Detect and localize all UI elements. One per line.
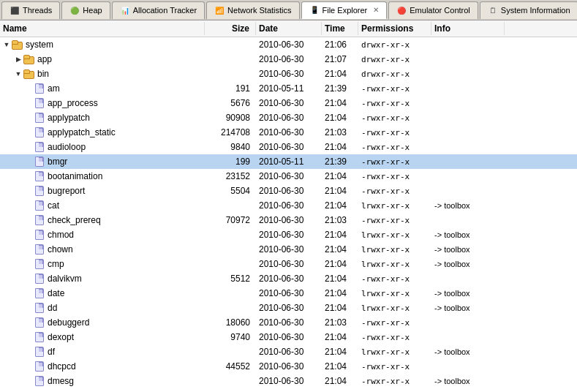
table-row[interactable]: dalvikvm 5512 2010-06-30 21:04 -rwxr-xr-… bbox=[0, 271, 577, 286]
cell-time: 21:04 bbox=[322, 97, 358, 109]
cell-time: 21:07 bbox=[322, 53, 358, 65]
table-row[interactable]: ▼ system 2010-06-30 21:06 drwxr-xr-x bbox=[0, 37, 577, 52]
expand-arrow[interactable]: ▼ bbox=[15, 70, 22, 78]
table-row[interactable]: dexopt 9740 2010-06-30 21:04 -rwxr-xr-x bbox=[0, 330, 577, 344]
file-icon bbox=[35, 171, 44, 181]
cell-time: 21:04 bbox=[322, 170, 358, 182]
table-row[interactable]: dd 2010-06-30 21:04 lrwxr-xr-x -> toolbo… bbox=[0, 301, 577, 315]
table-row[interactable]: audioloop 9840 2010-06-30 21:04 -rwxr-xr… bbox=[0, 140, 577, 154]
file-icon bbox=[35, 200, 44, 211]
cell-name: bmgr bbox=[0, 156, 205, 167]
table-row[interactable]: df 2010-06-30 21:04 lrwxr-xr-x -> toolbo… bbox=[0, 344, 577, 359]
file-icon bbox=[35, 317, 44, 328]
cell-time: 21:03 bbox=[322, 214, 358, 226]
cell-size: 9740 bbox=[205, 331, 256, 343]
cell-time: 21:39 bbox=[322, 156, 358, 167]
expand-arrow[interactable]: ▶ bbox=[15, 56, 22, 63]
cell-name: dalvikvm bbox=[0, 273, 205, 284]
table-row[interactable]: chmod 2010-06-30 21:04 lrwxr-xr-x -> too… bbox=[0, 227, 577, 242]
table-row[interactable]: debuggerd 18060 2010-06-30 21:03 -rwxr-x… bbox=[0, 315, 577, 330]
cell-permissions: lrwxr-xr-x bbox=[358, 303, 431, 314]
cell-time: 21:06 bbox=[322, 39, 358, 50]
cell-date: 2010-06-30 bbox=[256, 331, 322, 343]
table-row[interactable]: applypatch 90908 2010-06-30 21:04 -rwxr-… bbox=[0, 110, 577, 125]
emulator-icon: 🔴 bbox=[396, 5, 407, 15]
table-row[interactable]: cat 2010-06-30 21:04 lrwxr-xr-x -> toolb… bbox=[0, 198, 577, 213]
table-row[interactable]: cmp 2010-06-30 21:04 lrwxr-xr-x -> toolb… bbox=[0, 257, 577, 271]
table-row[interactable]: am 191 2010-05-11 21:39 -rwxr-xr-x bbox=[0, 81, 577, 96]
tab-network-label: Network Statistics bbox=[227, 6, 291, 15]
file-explorer-icon: 📱 bbox=[309, 5, 320, 15]
table-row[interactable]: dmesg 2010-06-30 21:04 -rwxr-xr-x -> too… bbox=[0, 374, 577, 388]
col-header-size: Size bbox=[205, 22, 256, 35]
table-row[interactable]: app_process 5676 2010-06-30 21:04 -rwxr-… bbox=[0, 96, 577, 110]
cell-name: bugreport bbox=[0, 185, 205, 197]
tab-threads[interactable]: ⬛ Threads bbox=[1, 1, 60, 19]
file-icon bbox=[35, 376, 44, 386]
cell-info bbox=[431, 190, 505, 192]
cell-name: dd bbox=[0, 302, 205, 314]
file-icon bbox=[35, 142, 44, 152]
table-row[interactable]: bugreport 5504 2010-06-30 21:04 -rwxr-xr… bbox=[0, 184, 577, 198]
cell-time: 21:04 bbox=[322, 273, 358, 284]
cell-size bbox=[205, 263, 256, 265]
file-icon bbox=[35, 83, 44, 94]
cell-date: 2010-06-30 bbox=[256, 112, 322, 124]
cell-size: 44552 bbox=[205, 361, 256, 372]
table-row[interactable]: dhcpcd 44552 2010-06-30 21:04 -rwxr-xr-x bbox=[0, 359, 577, 374]
tab-emulator[interactable]: 🔴 Emulator Control bbox=[388, 1, 478, 19]
cell-time: 21:04 bbox=[322, 258, 358, 270]
file-icon bbox=[35, 274, 44, 284]
cell-size: 70972 bbox=[205, 214, 256, 226]
cell-name: dmesg bbox=[0, 375, 205, 387]
cell-size bbox=[205, 234, 256, 235]
tab-file-explorer[interactable]: 📱 File Explorer ✕ bbox=[301, 1, 388, 19]
network-icon: 📶 bbox=[214, 5, 225, 15]
cell-time: 21:04 bbox=[322, 302, 358, 314]
heap-icon: 🟢 bbox=[69, 5, 80, 15]
cell-name: cat bbox=[0, 200, 205, 211]
cell-size: 191 bbox=[205, 83, 256, 94]
cell-time: 21:04 bbox=[322, 200, 358, 211]
tab-allocation[interactable]: 📊 Allocation Tracker bbox=[112, 1, 205, 19]
cell-size: 9840 bbox=[205, 141, 256, 153]
cell-size bbox=[205, 249, 256, 250]
cell-info bbox=[431, 366, 505, 367]
table-row[interactable]: chown 2010-06-30 21:04 lrwxr-xr-x -> too… bbox=[0, 242, 577, 257]
cell-info: -> toolbox bbox=[431, 259, 505, 269]
tab-heap[interactable]: 🟢 Heap bbox=[61, 1, 110, 19]
table-row[interactable]: check_prereq 70972 2010-06-30 21:03 -rwx… bbox=[0, 213, 577, 227]
cell-info bbox=[431, 59, 505, 60]
close-icon[interactable]: ✕ bbox=[373, 6, 379, 14]
cell-info bbox=[431, 219, 505, 221]
table-row[interactable]: bootanimation 23152 2010-06-30 21:04 -rw… bbox=[0, 169, 577, 184]
cell-info bbox=[431, 44, 505, 45]
cell-size: 5512 bbox=[205, 273, 256, 284]
table-row[interactable]: ▶ app 2010-06-30 21:07 drwxr-xr-x bbox=[0, 52, 577, 67]
cell-date: 2010-05-11 bbox=[256, 156, 322, 167]
tab-network[interactable]: 📶 Network Statistics bbox=[206, 1, 299, 19]
file-name: applypatch bbox=[48, 113, 90, 123]
table-row[interactable]: date 2010-06-30 21:04 lrwxr-xr-x -> tool… bbox=[0, 286, 577, 301]
cell-date: 2010-06-30 bbox=[256, 200, 322, 211]
table-row[interactable]: applypatch_static 214708 2010-06-30 21:0… bbox=[0, 125, 577, 140]
file-name: app_process bbox=[48, 98, 98, 108]
file-name: applypatch_static bbox=[48, 127, 116, 137]
cell-time: 21:04 bbox=[322, 185, 358, 197]
sysinfo-icon: 🗒 bbox=[488, 5, 498, 15]
table-row[interactable]: ▼ bin 2010-06-30 21:04 drwxr-xr-x bbox=[0, 67, 577, 81]
cell-info: -> toolbox bbox=[431, 347, 505, 357]
file-icon bbox=[35, 332, 44, 342]
expand-arrow[interactable]: ▼ bbox=[3, 41, 10, 48]
cell-size: 18060 bbox=[205, 317, 256, 328]
cell-time: 21:04 bbox=[322, 112, 358, 124]
cell-date: 2010-06-30 bbox=[256, 97, 322, 109]
cell-size bbox=[205, 351, 256, 353]
cell-date: 2010-06-30 bbox=[256, 375, 322, 387]
tab-sysinfo[interactable]: 🗒 System Information bbox=[480, 1, 577, 19]
cell-permissions: -rwxr-xr-x bbox=[358, 274, 431, 284]
cell-date: 2010-05-11 bbox=[256, 83, 322, 94]
folder-icon bbox=[23, 69, 34, 79]
tab-emulator-label: Emulator Control bbox=[410, 6, 470, 15]
table-row[interactable]: bmgr 199 2010-05-11 21:39 -rwxr-xr-x bbox=[0, 154, 577, 169]
